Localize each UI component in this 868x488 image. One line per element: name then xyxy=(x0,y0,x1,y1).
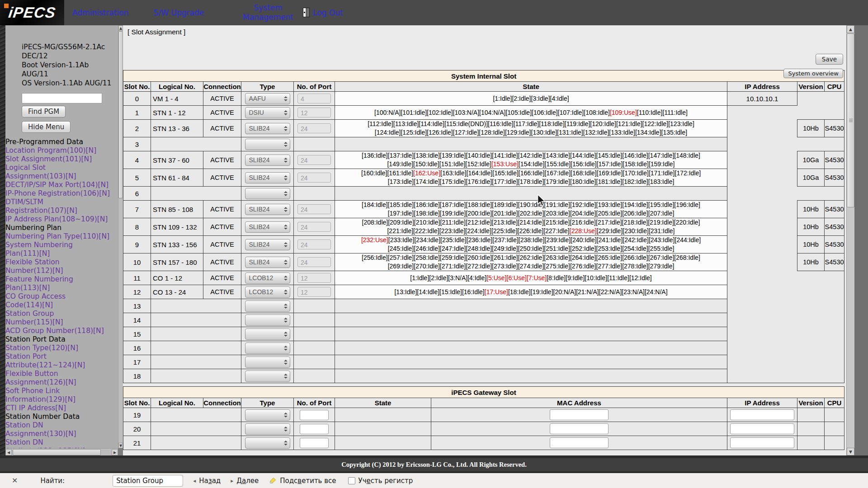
spinner-arrows-icon[interactable] xyxy=(282,360,290,365)
port-count-input[interactable]: 24 xyxy=(297,257,331,267)
highlight-all-button[interactable]: Подсветить все xyxy=(269,477,336,485)
scroll-right-icon[interactable]: ▶ xyxy=(112,449,118,455)
nav-administration[interactable]: Administration xyxy=(66,0,134,25)
sidebar-menu-link[interactable]: CO Group AccessCode(114)[N] xyxy=(5,292,118,310)
pgm-search-input[interactable] xyxy=(22,93,102,103)
spinner-arrows-icon[interactable] xyxy=(282,346,290,351)
type-select[interactable]: LCOB12 xyxy=(245,272,290,284)
scroll-down-icon[interactable]: ▼ xyxy=(847,448,854,455)
sidebar-menu-link[interactable]: Station DNAssignment(130)[N] xyxy=(5,421,118,438)
sidebar-menu-link[interactable]: Flexible ButtonAssignment(126)[N] xyxy=(5,370,118,387)
port-count-input[interactable]: 12 xyxy=(297,108,331,117)
spinner-arrows-icon[interactable] xyxy=(282,290,290,295)
nav-system-management[interactable]: System Management xyxy=(239,0,297,25)
type-select[interactable] xyxy=(245,423,290,435)
type-select[interactable] xyxy=(245,188,290,199)
port-count-input[interactable]: 4 xyxy=(297,94,331,103)
mac-address-input[interactable] xyxy=(550,437,609,448)
port-count-input[interactable]: 12 xyxy=(297,273,331,283)
spinner-arrows-icon[interactable] xyxy=(282,413,290,418)
mac-address-input[interactable] xyxy=(550,423,609,434)
sidebar-menu-link[interactable]: Slot Assignment(101)[N] xyxy=(5,155,118,164)
sidebar-menu-link[interactable]: IP-Phone Registration(106)[N] xyxy=(5,189,118,198)
type-select[interactable] xyxy=(245,139,290,150)
scroll-left-icon[interactable]: ◀ xyxy=(5,449,12,455)
ip-address-input[interactable] xyxy=(730,423,794,434)
find-next-button[interactable]: ▸ Далее xyxy=(231,477,259,485)
type-select[interactable]: SLIB24 xyxy=(245,123,290,134)
port-count-input[interactable] xyxy=(300,438,329,448)
find-input[interactable] xyxy=(113,475,183,487)
save-button[interactable]: Save xyxy=(816,54,843,65)
port-count-input[interactable] xyxy=(300,424,329,434)
sidebar-menu-link[interactable]: DECT/IP/SIP Max Port(104)[N] xyxy=(5,181,118,189)
type-select[interactable]: SLIB24 xyxy=(245,257,290,268)
mac-address-input[interactable] xyxy=(550,409,609,420)
scrollbar-thumb[interactable] xyxy=(118,31,123,198)
spinner-arrows-icon[interactable] xyxy=(282,110,290,115)
port-count-input[interactable]: 24 xyxy=(297,123,331,133)
port-count-input[interactable] xyxy=(300,410,329,420)
type-select[interactable] xyxy=(245,371,290,382)
nav-sw-upgrade[interactable]: S/W Upgrade xyxy=(144,0,214,25)
sidebar-menu-link[interactable]: ACD Group Number(118)[N] xyxy=(5,327,118,335)
sidebar-menu-link[interactable]: Station GroupNumber(115)[N] xyxy=(5,310,118,327)
sidebar-menu-link[interactable]: IP Address Plan(108~109)[N] xyxy=(5,215,118,224)
sidebar-menu-link[interactable]: Location Program(100)[N] xyxy=(5,146,118,155)
spinner-arrows-icon[interactable] xyxy=(282,441,290,446)
port-count-input[interactable]: 24 xyxy=(297,239,331,249)
spinner-arrows-icon[interactable] xyxy=(282,225,290,230)
port-count-input[interactable]: 24 xyxy=(297,204,331,214)
port-count-input[interactable]: 24 xyxy=(297,173,331,183)
sidebar-horizontal-scrollbar[interactable]: ◀ ▶ xyxy=(5,448,118,456)
spinner-arrows-icon[interactable] xyxy=(282,175,290,180)
ip-address-input[interactable] xyxy=(730,409,794,420)
scrollbar-thumb[interactable] xyxy=(847,33,854,207)
type-select[interactable]: SLIB24 xyxy=(245,172,290,183)
spinner-arrows-icon[interactable] xyxy=(282,207,290,212)
spinner-arrows-icon[interactable] xyxy=(282,191,290,196)
type-select[interactable]: SLIB24 xyxy=(245,221,290,233)
type-select[interactable] xyxy=(245,357,290,368)
scrollbar-thumb[interactable] xyxy=(13,449,101,455)
sidebar-menu-link[interactable]: Logical SlotAssignment(103)[N] xyxy=(5,164,118,181)
type-select[interactable]: LCOB12 xyxy=(245,286,290,298)
hide-menu-button[interactable]: Hide Menu xyxy=(22,121,71,133)
sidebar-menu-link[interactable]: Station PortAttribute(121~124)[N] xyxy=(5,352,118,370)
type-select[interactable] xyxy=(245,300,290,312)
port-count-input[interactable]: 24 xyxy=(297,222,331,232)
sidebar-menu-link[interactable]: Feature NumberingPlan(113)[N] xyxy=(5,275,118,292)
scroll-up-icon[interactable]: ▲ xyxy=(118,25,123,31)
spinner-arrows-icon[interactable] xyxy=(282,427,290,432)
find-pgm-button[interactable]: Find PGM xyxy=(22,106,66,117)
type-select[interactable] xyxy=(245,314,290,326)
spinner-arrows-icon[interactable] xyxy=(282,126,290,131)
type-select[interactable]: SLIB24 xyxy=(245,204,290,215)
type-select[interactable]: AAFU xyxy=(245,93,290,104)
sidebar-menu-link[interactable]: DTIM/SLTMRegistration(107)[N] xyxy=(5,198,118,215)
scroll-down-icon[interactable]: ▼ xyxy=(118,443,123,448)
type-select[interactable]: DSIU xyxy=(245,107,290,118)
port-count-input[interactable]: 12 xyxy=(297,287,331,297)
sidebar-menu-link[interactable]: Flexible StationNumber(112)[N] xyxy=(5,258,118,275)
close-icon[interactable]: ✕ xyxy=(12,476,18,485)
checkbox-icon[interactable] xyxy=(348,477,355,484)
port-count-input[interactable]: 24 xyxy=(297,155,331,165)
type-select[interactable] xyxy=(245,328,290,340)
type-select[interactable] xyxy=(245,409,290,421)
system-overview-button[interactable]: System overview xyxy=(783,69,843,78)
find-previous-button[interactable]: ◂ Назад xyxy=(193,477,221,485)
spinner-arrows-icon[interactable] xyxy=(282,374,290,379)
type-select[interactable]: SLIB24 xyxy=(245,239,290,250)
spinner-arrows-icon[interactable] xyxy=(282,332,290,337)
sidebar-menu-link[interactable]: CTI IP Address[N] xyxy=(5,404,118,413)
nav-log-out[interactable]: Log Out xyxy=(313,0,354,25)
spinner-arrows-icon[interactable] xyxy=(282,318,290,323)
type-select[interactable] xyxy=(245,437,290,449)
scroll-up-icon[interactable]: ▲ xyxy=(847,25,854,33)
sidebar-menu-link[interactable]: Numbering Plan Type(110)[N] xyxy=(5,232,118,241)
sidebar-menu-link[interactable]: System NumberingPlan(111)[N] xyxy=(5,241,118,258)
spinner-arrows-icon[interactable] xyxy=(282,142,290,147)
ip-address-input[interactable] xyxy=(730,437,794,448)
spinner-arrows-icon[interactable] xyxy=(282,158,290,163)
